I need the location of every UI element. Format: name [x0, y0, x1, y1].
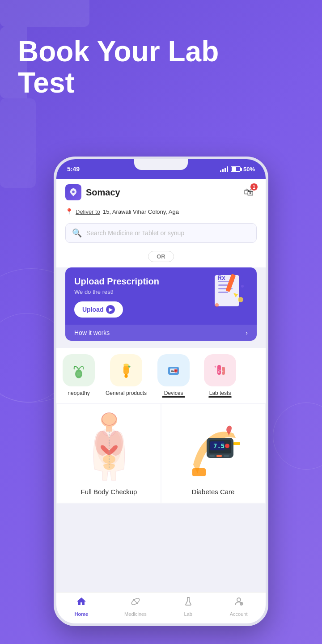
lab-icon: [183, 596, 194, 610]
homeopathy-icon-circle: [63, 354, 95, 386]
full-body-image: [78, 411, 140, 483]
nav-item-account[interactable]: Account: [230, 596, 248, 617]
app-name: Somacy: [86, 187, 120, 198]
category-item-homeopathy[interactable]: neopathy: [56, 354, 101, 403]
search-input[interactable]: Search Medicine or Tablet or synup: [86, 229, 184, 237]
svg-point-47: [237, 598, 241, 602]
upload-card: Upload Prescription We do the rest! Uplo…: [65, 267, 257, 341]
diabetes-label: Diabetes Care: [192, 488, 235, 496]
category-item-general[interactable]: General products: [103, 354, 149, 403]
categories-scroll: neopathy: [56, 354, 266, 403]
svg-rect-19: [171, 370, 174, 371]
svg-rect-45: [192, 468, 206, 476]
account-label: Account: [230, 611, 248, 617]
phone-notch: [134, 159, 188, 170]
how-it-works-arrow: ›: [246, 329, 248, 336]
how-it-works-row[interactable]: How it works ›: [65, 325, 257, 341]
svg-point-12: [76, 372, 81, 376]
medicines-icon: [130, 596, 141, 610]
svg-point-26: [222, 371, 224, 372]
cart-badge: 1: [250, 183, 258, 191]
battery-icon: [231, 166, 241, 172]
svg-point-22: [218, 371, 220, 373]
signal-icon: [220, 166, 228, 172]
svg-text:7.5: 7.5: [213, 442, 225, 449]
product-card-diabetes[interactable]: 7.5: [161, 404, 265, 503]
devices-label: Devices: [164, 390, 183, 396]
svg-point-10: [241, 285, 244, 288]
diabetes-image: 7.5: [182, 411, 245, 483]
search-bar[interactable]: 🔍 Search Medicine or Tablet or synup: [65, 223, 257, 243]
delivery-address: 15, Arawali Vihar Colony, Aga: [103, 208, 179, 215]
home-icon: [76, 596, 87, 610]
svg-rect-44: [233, 442, 240, 445]
general-icon-circle: [110, 354, 142, 386]
rx-illustration: Rx: [210, 273, 250, 315]
product-card-full-body[interactable]: Full Body Checkup: [57, 404, 161, 503]
homeopathy-label: neopathy: [68, 390, 89, 396]
svg-rect-41: [209, 455, 215, 457]
deliver-to-label: Deliver to: [76, 208, 100, 215]
cart-button[interactable]: 🛍 1: [241, 184, 257, 200]
account-icon: [233, 596, 244, 610]
upload-button[interactable]: Upload ▶: [74, 301, 123, 318]
app-logo: [65, 184, 81, 200]
battery-level: 50%: [243, 166, 255, 173]
devices-icon-circle: [157, 354, 190, 386]
upload-arrow-icon: ▶: [106, 305, 115, 314]
search-area: 🔍 Search Medicine or Tablet or synup: [56, 220, 266, 249]
status-time: 5:49: [67, 165, 80, 173]
svg-text:Rx: Rx: [217, 274, 225, 281]
products-grid: Full Body Checkup: [56, 403, 266, 504]
svg-rect-43: [224, 455, 229, 457]
nav-item-home[interactable]: Home: [75, 596, 89, 617]
how-it-works-label: How it works: [74, 329, 110, 336]
search-icon: 🔍: [72, 228, 82, 238]
full-body-label: Full Body Checkup: [81, 488, 137, 496]
svg-point-8: [238, 297, 243, 302]
medicines-label: Medicines: [124, 611, 147, 617]
svg-point-24: [218, 369, 219, 370]
svg-text:✦: ✦: [214, 365, 217, 369]
category-item-labtests[interactable]: ✦ Lab tests: [198, 354, 242, 403]
status-right: 50%: [220, 166, 255, 173]
svg-point-9: [215, 303, 219, 307]
app-header: Somacy 🛍 1: [56, 179, 266, 205]
logo-area: Somacy: [65, 184, 120, 200]
or-text: OR: [148, 251, 174, 262]
location-icon: 📍: [65, 208, 73, 215]
general-label: General products: [106, 390, 147, 396]
svg-point-40: [225, 444, 229, 448]
hero-title: Book Your Lab Test: [18, 36, 219, 99]
svg-rect-42: [216, 455, 222, 457]
delivery-row: 📍 Deliver to 15, Arawali Vihar Colony, A…: [56, 205, 266, 220]
svg-point-23: [220, 370, 221, 371]
devices-active-indicator: [162, 396, 186, 398]
nav-item-medicines[interactable]: Medicines: [124, 596, 147, 617]
category-item-devices[interactable]: Devices: [151, 354, 196, 403]
categories-section: neopathy: [56, 348, 266, 403]
bottom-nav: Home Medicines Lab: [56, 592, 266, 623]
svg-point-18: [175, 370, 177, 372]
labtests-label: Lab tests: [209, 390, 231, 396]
nav-item-lab[interactable]: Lab: [183, 596, 194, 617]
labtests-icon-circle: ✦: [204, 354, 236, 386]
labtests-active-indicator: [208, 396, 232, 398]
phone-mockup: 5:49 50%: [54, 157, 268, 626]
svg-rect-4: [218, 292, 228, 293]
upload-button-label: Upload: [82, 306, 103, 313]
home-label: Home: [75, 611, 89, 617]
or-divider: OR: [56, 249, 266, 267]
svg-rect-20: [171, 371, 174, 372]
lab-label: Lab: [184, 611, 192, 617]
